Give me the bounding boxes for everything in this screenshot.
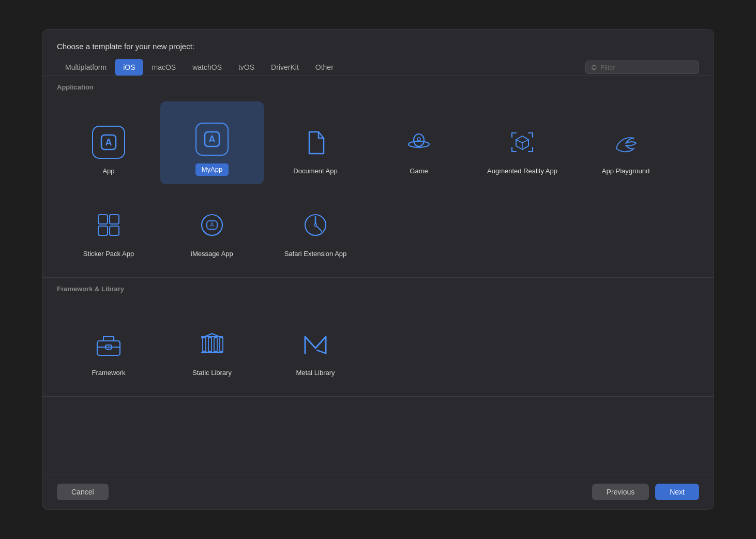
tab-driverkit[interactable]: DriverKit [263,59,307,76]
svg-text:A: A [210,221,214,228]
metal-lib-icon [297,326,334,362]
template-ar-app-label: Augmented Reality App [487,167,557,176]
template-document-app-label: Document App [293,167,337,176]
myapp-icon: A [194,121,230,157]
app-icon: A [90,124,127,160]
svg-text:A: A [105,137,112,147]
tab-ios[interactable]: iOS [115,59,143,76]
filter-input[interactable] [600,64,693,71]
svg-point-6 [417,138,420,141]
svg-point-17 [314,223,317,226]
framework-grid: Framework [42,298,714,396]
svg-rect-25 [203,338,206,351]
svg-rect-10 [110,226,119,235]
template-myapp[interactable]: A MyApp [160,101,264,184]
template-app-label: App [102,167,114,176]
svg-point-5 [414,134,424,146]
new-project-dialog: Choose a template for your new project: … [42,29,714,510]
safari-ext-icon [297,207,334,243]
template-static-lib[interactable]: Static Library [160,303,264,386]
document-app-icon [297,124,334,160]
framework-icon [90,326,127,362]
dialog-title: Choose a template for your new project: [42,29,714,59]
ar-app-icon [504,124,540,160]
tabs-bar: Multiplatform iOS macOS watchOS tvOS Dri… [42,59,714,76]
game-icon [401,124,437,160]
tab-tvos[interactable]: tvOS [230,59,263,76]
tab-other[interactable]: Other [307,59,342,76]
cancel-button[interactable]: Cancel [57,484,109,500]
tab-macos[interactable]: macOS [143,59,184,76]
template-game-label: Game [410,167,428,176]
app-playground-icon [608,124,644,160]
svg-rect-18 [97,341,120,355]
sticker-pack-icon [90,207,127,243]
template-metal-lib[interactable]: Metal Library [264,303,367,386]
svg-rect-8 [110,215,119,224]
static-lib-icon [194,326,230,362]
application-section-header: Application [42,76,714,96]
template-framework-label: Framework [92,368,125,378]
filter-container: ⊜ [585,61,699,74]
application-section: Application A App [42,76,714,278]
template-sticker-pack[interactable]: Sticker Pack App [57,184,160,267]
template-safari-ext-label: Safari Extension App [284,249,347,259]
content-area: Application A App [42,76,714,474]
framework-section: Framework & Library Framework [42,278,714,397]
template-imessage-label: iMessage App [191,249,233,259]
svg-rect-27 [214,338,217,351]
svg-rect-9 [98,226,108,235]
dialog-footer: Cancel Previous Next [42,474,714,510]
template-app[interactable]: A App [57,101,160,184]
template-myapp-label: MyApp [195,163,229,176]
svg-rect-7 [98,215,108,224]
template-metal-lib-label: Metal Library [296,368,335,378]
template-imessage[interactable]: A iMessage App [160,184,264,267]
template-ar-app[interactable]: Augmented Reality App [471,101,574,184]
application-grid: A App A [42,96,714,277]
svg-rect-28 [220,338,223,351]
template-document-app[interactable]: Document App [264,101,367,184]
tab-multiplatform[interactable]: Multiplatform [57,59,115,76]
template-app-playground[interactable]: App Playground [574,101,677,184]
template-sticker-pack-label: Sticker Pack App [83,249,134,259]
template-app-playground-label: App Playground [602,167,650,176]
template-safari-ext[interactable]: Safari Extension App [264,184,367,267]
template-framework[interactable]: Framework [57,303,160,386]
imessage-icon: A [194,207,230,243]
template-static-lib-label: Static Library [192,368,232,378]
footer-right: Previous Next [592,484,699,500]
next-button[interactable]: Next [655,484,699,500]
previous-button[interactable]: Previous [592,484,649,500]
svg-line-29 [317,350,326,353]
svg-text:A: A [209,134,216,144]
tab-watchos[interactable]: watchOS [184,59,230,76]
framework-section-header: Framework & Library [42,278,714,298]
svg-rect-26 [208,338,211,351]
template-game[interactable]: Game [367,101,471,184]
filter-icon: ⊜ [591,63,597,71]
